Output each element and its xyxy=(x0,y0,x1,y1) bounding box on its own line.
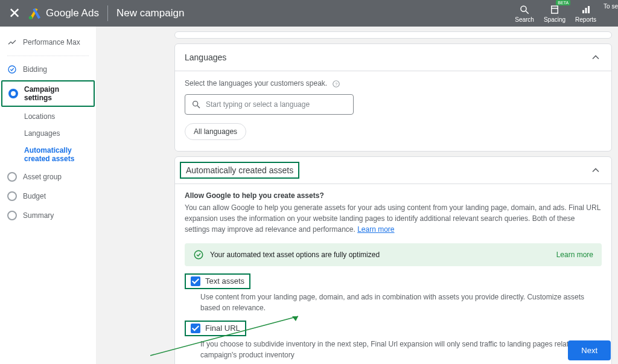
banner-learn-more[interactable]: Learn more xyxy=(556,251,593,259)
sidebar-item-asset-group[interactable]: Asset group xyxy=(0,167,96,187)
check-circle-icon xyxy=(7,65,17,74)
step-icon xyxy=(7,211,17,220)
header-overflow: To se xyxy=(601,0,618,27)
text-assets-option[interactable]: Text assets xyxy=(185,273,250,289)
svg-rect-7 xyxy=(588,6,590,13)
checkbox-checked-icon[interactable] xyxy=(191,276,200,286)
svg-point-1 xyxy=(521,6,526,11)
spacing-action[interactable]: BETA Spacing xyxy=(544,0,565,27)
top-header: ✕ Google Ads New campaign Search BETA Sp… xyxy=(0,0,618,27)
auto-heading: Allow Google to help you create assets? xyxy=(185,191,602,200)
final-url-label: Final URL xyxy=(205,324,240,333)
reports-label: Reports xyxy=(575,16,596,23)
sidebar-item-summary[interactable]: Summary xyxy=(0,206,96,225)
sidebar-item-performance-max[interactable]: Performance Max xyxy=(0,33,96,52)
svg-rect-3 xyxy=(552,6,558,13)
previous-card-edge xyxy=(174,31,612,39)
all-languages-chip[interactable]: All languages xyxy=(185,123,246,140)
sidebar-label: Budget xyxy=(23,192,46,200)
sidebar-label: Summary xyxy=(23,211,54,220)
auto-assets-title: Automatically created assets xyxy=(180,162,299,179)
svg-line-2 xyxy=(526,11,529,14)
svg-point-0 xyxy=(29,16,33,19)
search-label: Search xyxy=(515,16,534,23)
optimization-banner: Your automated text asset options are fu… xyxy=(185,243,602,266)
final-url-desc: If you choose to subdivide inventory in … xyxy=(200,339,602,360)
spacing-label: Spacing xyxy=(544,16,565,23)
sidebar-item-budget[interactable]: Budget xyxy=(0,187,96,206)
svg-line-12 xyxy=(197,106,200,108)
sidebar-item-bidding[interactable]: Bidding xyxy=(0,60,96,79)
next-button[interactable]: Next xyxy=(568,340,611,360)
search-icon xyxy=(191,100,201,109)
banner-text: Your automated text asset options are fu… xyxy=(210,251,380,259)
sidebar-label: Asset group xyxy=(23,173,62,181)
chevron-up-icon[interactable] xyxy=(590,164,602,176)
svg-rect-6 xyxy=(585,8,587,13)
sidebar: Performance Max Bidding Campaign setting… xyxy=(0,27,96,364)
sidebar-label: Performance Max xyxy=(23,38,80,46)
sidebar-sub-auto-assets[interactable]: Automatically created assets xyxy=(0,142,96,167)
sidebar-label: Campaign settings xyxy=(24,85,88,102)
beta-badge: BETA xyxy=(556,0,570,5)
product-name: Google Ads xyxy=(46,7,99,19)
svg-point-8 xyxy=(8,66,16,73)
svg-rect-5 xyxy=(582,10,584,13)
language-input[interactable]: Start typing or select a language xyxy=(185,94,354,115)
languages-subtitle: Select the languages your customers spea… xyxy=(185,79,327,88)
check-circle-icon xyxy=(193,249,204,260)
main-content: Languages Select the languages your cust… xyxy=(96,27,618,364)
auto-assets-card: Automatically created assets Allow Googl… xyxy=(174,156,612,364)
chevron-up-icon[interactable] xyxy=(590,51,602,63)
search-action[interactable]: Search xyxy=(515,0,534,27)
google-ads-logo: Google Ads xyxy=(28,7,99,20)
text-assets-label: Text assets xyxy=(205,276,244,286)
close-icon[interactable]: ✕ xyxy=(6,5,23,22)
language-placeholder: Start typing or select a language xyxy=(206,100,310,109)
sidebar-label: Bidding xyxy=(23,65,47,74)
reports-action[interactable]: Reports xyxy=(575,0,596,27)
reports-icon xyxy=(581,4,591,15)
final-url-option[interactable]: Final URL xyxy=(185,321,246,336)
search-icon xyxy=(519,4,530,15)
step-icon xyxy=(7,191,17,201)
svg-point-13 xyxy=(194,251,203,259)
text-assets-desc: Use content from your landing page, doma… xyxy=(200,292,602,313)
header-actions: Search BETA Spacing Reports To se xyxy=(510,0,618,27)
svg-text:?: ? xyxy=(335,81,337,86)
spacing-icon xyxy=(549,4,560,15)
checkbox-checked-icon[interactable] xyxy=(191,324,200,333)
chart-icon xyxy=(7,37,17,47)
sidebar-item-campaign-settings[interactable]: Campaign settings xyxy=(1,80,95,107)
sidebar-sub-locations[interactable]: Locations xyxy=(0,108,96,125)
active-step-icon xyxy=(8,89,18,98)
languages-title: Languages xyxy=(185,53,226,62)
step-icon xyxy=(7,172,17,182)
svg-point-11 xyxy=(193,101,198,106)
page-title: New campaign xyxy=(116,7,184,19)
sidebar-sub-languages[interactable]: Languages xyxy=(0,125,96,142)
languages-card: Languages Select the languages your cust… xyxy=(174,43,612,152)
header-divider xyxy=(107,5,108,21)
learn-more-link[interactable]: Learn more xyxy=(357,225,394,234)
google-ads-logo-icon xyxy=(28,7,41,20)
help-icon[interactable]: ? xyxy=(332,80,340,88)
